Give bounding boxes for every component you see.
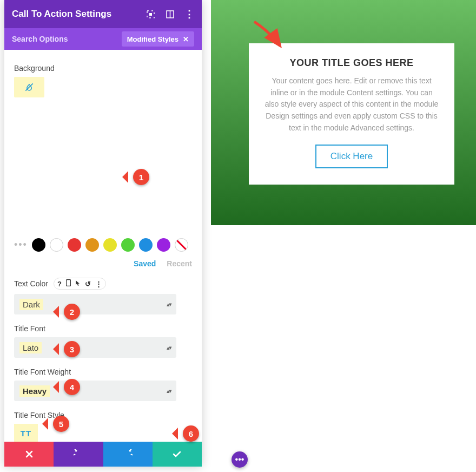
background-label: Background: [14, 64, 192, 73]
cta-module[interactable]: YOUR TITLE GOES HERE Your content goes h…: [249, 43, 454, 185]
callout-5: 5: [53, 416, 69, 432]
panel-title: Call To Action Settings: [12, 9, 111, 19]
settings-panel: Call To Action Settings ⋮ Search Options…: [4, 0, 202, 467]
panel-body: Background 1 ••• Saved Recent Text Color…: [4, 50, 202, 442]
layout-icon[interactable]: [165, 9, 175, 19]
save-button[interactable]: [153, 442, 202, 467]
title-font-select[interactable]: Lato ▴▾: [14, 337, 176, 358]
palette-more-icon[interactable]: •••: [14, 239, 28, 251]
panel-subheader: Search Options Modified Styles ✕: [4, 28, 202, 50]
callout-4: 4: [64, 379, 80, 395]
color-palette: •••: [14, 238, 192, 252]
svg-rect-5: [66, 280, 70, 286]
swatch-white[interactable]: [50, 238, 63, 252]
callout-6: 6: [183, 425, 199, 442]
panel-header: Call To Action Settings ⋮: [4, 0, 202, 28]
saved-recent-tabs: Saved Recent: [14, 259, 192, 268]
svg-rect-1: [149, 13, 152, 16]
background-swatch[interactable]: [14, 77, 44, 97]
expand-icon[interactable]: [146, 9, 155, 19]
redo-button[interactable]: [103, 442, 153, 467]
cta-button[interactable]: Click Here: [315, 145, 388, 168]
filter-pill[interactable]: Modified Styles ✕: [122, 31, 194, 47]
swatch-green[interactable]: [121, 238, 135, 252]
fab-more-button[interactable]: •••: [232, 451, 248, 468]
swatch-none[interactable]: [175, 238, 188, 252]
cta-body[interactable]: Your content goes here. Edit or remove t…: [264, 75, 439, 134]
uppercase-toggle[interactable]: TT: [14, 424, 38, 442]
more-icon[interactable]: ⋮: [95, 280, 102, 288]
swatch-orange[interactable]: [85, 238, 99, 252]
callout-3: 3: [64, 341, 80, 357]
text-color-select[interactable]: Dark ▴▾: [14, 294, 176, 314]
field-toolbar: ? ↺ ⋮: [54, 278, 106, 290]
swatch-black[interactable]: [32, 238, 45, 252]
tab-saved[interactable]: Saved: [134, 259, 156, 268]
chevron-updown-icon: ▴▾: [167, 301, 171, 308]
cta-title[interactable]: YOUR TITLE GOES HERE: [264, 57, 439, 69]
callout-1: 1: [133, 169, 149, 185]
help-icon[interactable]: ?: [57, 280, 62, 288]
swatch-yellow[interactable]: [103, 238, 117, 252]
action-bar: [4, 442, 202, 467]
pointer-arrow-icon: [249, 16, 292, 54]
chevron-updown-icon: ▴▾: [167, 344, 171, 351]
filter-pill-label: Modified Styles: [127, 35, 178, 43]
swatch-red[interactable]: [68, 238, 81, 252]
close-icon[interactable]: ✕: [183, 35, 189, 43]
text-color-label: Text Color ? ↺ ⋮: [14, 278, 192, 290]
title-font-value: Lato: [19, 342, 42, 353]
hover-icon[interactable]: [75, 280, 81, 288]
reset-icon[interactable]: ↺: [85, 280, 91, 288]
tab-recent[interactable]: Recent: [167, 259, 192, 268]
swatch-purple[interactable]: [157, 238, 170, 252]
undo-button[interactable]: [54, 442, 103, 467]
search-options-label[interactable]: Search Options: [12, 35, 68, 43]
cancel-button[interactable]: [4, 442, 54, 467]
title-font-weight-select[interactable]: Heavy ▴▾: [14, 381, 176, 401]
title-font-style-label: Title Font Style: [14, 411, 192, 419]
kebab-icon[interactable]: ⋮: [184, 9, 194, 19]
phone-icon[interactable]: [66, 279, 71, 288]
chevron-updown-icon: ▴▾: [167, 388, 171, 395]
title-font-label: Title Font: [14, 324, 192, 333]
callout-2: 2: [64, 304, 80, 320]
text-color-value: Dark: [19, 299, 43, 310]
title-font-weight-label: Title Font Weight: [14, 368, 192, 376]
title-font-weight-value: Heavy: [19, 385, 50, 397]
swatch-blue[interactable]: [139, 238, 153, 252]
